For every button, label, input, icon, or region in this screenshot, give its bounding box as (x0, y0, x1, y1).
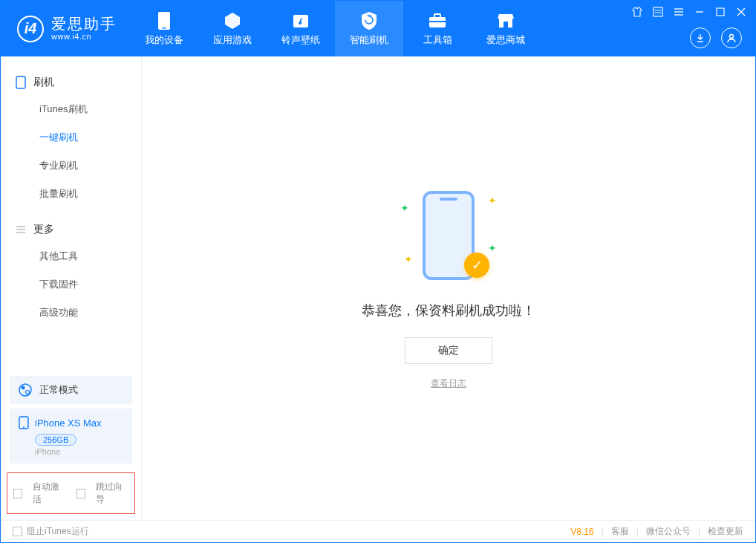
device-icon (157, 11, 171, 30)
shield-sync-icon (360, 11, 378, 30)
section-title: 更多 (33, 223, 54, 236)
tab-apps[interactable]: 应用游戏 (198, 1, 267, 56)
device-name: iPhone XS Max (35, 417, 102, 429)
app-body: 刷机 iTunes刷机 一键刷机 专业刷机 批量刷机 更多 其他工具 下载固件 … (1, 56, 755, 520)
svg-point-25 (22, 386, 25, 390)
store-icon (497, 11, 515, 30)
sidebar-item-itunes-flash[interactable]: iTunes刷机 (1, 95, 141, 123)
check-update-link[interactable]: 检查更新 (708, 525, 743, 538)
tab-label: 铃声壁纸 (281, 33, 320, 47)
svg-rect-1 (162, 27, 166, 29)
checkbox-skip-guide[interactable] (76, 489, 85, 498)
svg-rect-0 (158, 12, 170, 30)
sidebar-bottom: 正常模式 iPhone XS Max 256GB iPhone 自动激活 跳过向… (1, 371, 141, 520)
minimize-icon[interactable] (694, 7, 705, 17)
phone-icon (19, 416, 29, 429)
sparkle-icon: ✦ (400, 202, 409, 214)
user-button[interactable] (721, 27, 742, 48)
logo-text: 爱思助手 www.i4.cn (51, 16, 117, 41)
separator: | (698, 527, 700, 537)
device-name-row: iPhone XS Max (19, 416, 123, 429)
sidebar-section-flash: 刷机 iTunes刷机 一键刷机 专业刷机 批量刷机 (1, 70, 141, 208)
toolbox-icon (428, 11, 447, 30)
sidebar-section-more: 更多 其他工具 下载固件 高级功能 (1, 217, 141, 327)
music-folder-icon (292, 11, 310, 30)
mode-card[interactable]: 正常模式 (10, 376, 132, 404)
tab-label: 爱思商城 (486, 33, 525, 47)
sparkle-icon: ✦ (488, 242, 497, 254)
svg-point-19 (730, 35, 734, 39)
svg-point-24 (19, 384, 31, 396)
device-type: iPhone (35, 447, 123, 456)
view-log-link[interactable]: 查看日志 (431, 377, 466, 390)
sidebar: 刷机 iTunes刷机 一键刷机 专业刷机 批量刷机 更多 其他工具 下载固件 … (1, 56, 142, 520)
app-header: i4 爱思助手 www.i4.cn 我的设备 应用游戏 铃声壁纸 智能刷机 工具… (1, 1, 755, 56)
sparkle-icon: ✦ (404, 253, 413, 265)
svg-point-26 (26, 391, 30, 394)
phone-icon (16, 76, 26, 89)
maximize-icon[interactable] (715, 7, 726, 17)
status-bar: 阻止iTunes运行 V8.16 | 客服 | 微信公众号 | 检查更新 (1, 520, 755, 542)
tab-label: 工具箱 (423, 33, 452, 47)
svg-point-28 (23, 426, 25, 428)
footer-left: 阻止iTunes运行 (13, 525, 89, 538)
shirt-icon[interactable] (632, 7, 642, 17)
sidebar-item-pro-flash[interactable]: 专业刷机 (1, 152, 141, 180)
svg-rect-8 (654, 7, 662, 16)
checkbox-auto-activate[interactable] (13, 489, 22, 498)
sidebar-head-more[interactable]: 更多 (1, 217, 141, 242)
svg-rect-15 (717, 8, 724, 16)
menu-icon[interactable] (674, 7, 684, 17)
logo-area: i4 爱思助手 www.i4.cn (1, 1, 130, 56)
check-badge-icon: ✓ (464, 253, 489, 278)
device-capacity: 256GB (35, 434, 76, 446)
skip-guide-label: 跳过向导 (96, 481, 128, 506)
section-title: 刷机 (33, 76, 54, 89)
tab-label: 智能刷机 (350, 33, 388, 47)
app-subtitle: www.i4.cn (51, 32, 117, 41)
sidebar-head-flash[interactable]: 刷机 (1, 70, 141, 95)
checkbox-block-itunes[interactable] (13, 527, 22, 536)
svg-rect-5 (429, 21, 446, 22)
cube-icon (223, 11, 242, 30)
logo-icon: i4 (17, 16, 44, 42)
app-title: 爱思助手 (51, 16, 117, 32)
mode-label: 正常模式 (39, 383, 78, 397)
svg-rect-4 (434, 14, 440, 18)
window-controls (632, 7, 746, 17)
sidebar-item-advanced[interactable]: 高级功能 (1, 299, 141, 327)
download-button[interactable] (690, 27, 711, 48)
sparkle-icon: ✦ (488, 195, 497, 207)
separator: | (636, 527, 639, 537)
auto-activate-label: 自动激活 (33, 481, 65, 506)
sidebar-item-batch-flash[interactable]: 批量刷机 (1, 180, 141, 208)
tab-label: 我的设备 (145, 33, 183, 47)
sidebar-item-oneclick-flash[interactable]: 一键刷机 (1, 123, 141, 152)
device-card[interactable]: iPhone XS Max 256GB iPhone (10, 409, 132, 464)
separator: | (602, 527, 604, 537)
tab-label: 应用游戏 (213, 33, 252, 47)
tab-store[interactable]: 爱思商城 (472, 1, 540, 56)
success-illustration: ✦ ✦ ✦ ✦ ✓ (400, 187, 497, 284)
tab-toolbox[interactable]: 工具箱 (403, 1, 472, 56)
mode-icon (19, 383, 32, 397)
main-panel: ✦ ✦ ✦ ✦ ✓ 恭喜您，保资料刷机成功啦！ 确定 查看日志 (142, 56, 755, 520)
close-icon[interactable] (736, 7, 746, 17)
list-lines-icon (16, 224, 26, 235)
block-itunes-label: 阻止iTunes运行 (27, 525, 89, 538)
list-icon[interactable] (653, 7, 663, 17)
svg-rect-20 (16, 77, 25, 88)
tab-ringtones[interactable]: 铃声壁纸 (267, 1, 335, 56)
support-link[interactable]: 客服 (611, 525, 629, 538)
success-message: 恭喜您，保资料刷机成功啦！ (362, 302, 535, 319)
wechat-link[interactable]: 微信公众号 (646, 525, 691, 538)
svg-rect-7 (504, 22, 508, 27)
version-label: V8.16 (570, 527, 593, 537)
header-actions (690, 27, 742, 48)
tab-my-device[interactable]: 我的设备 (130, 1, 198, 56)
sidebar-item-download-firmware[interactable]: 下载固件 (1, 270, 141, 299)
tab-flash[interactable]: 智能刷机 (335, 1, 403, 56)
ok-button[interactable]: 确定 (405, 337, 492, 364)
sidebar-item-other-tools[interactable]: 其他工具 (1, 242, 141, 270)
footer-right: V8.16 | 客服 | 微信公众号 | 检查更新 (570, 525, 743, 538)
